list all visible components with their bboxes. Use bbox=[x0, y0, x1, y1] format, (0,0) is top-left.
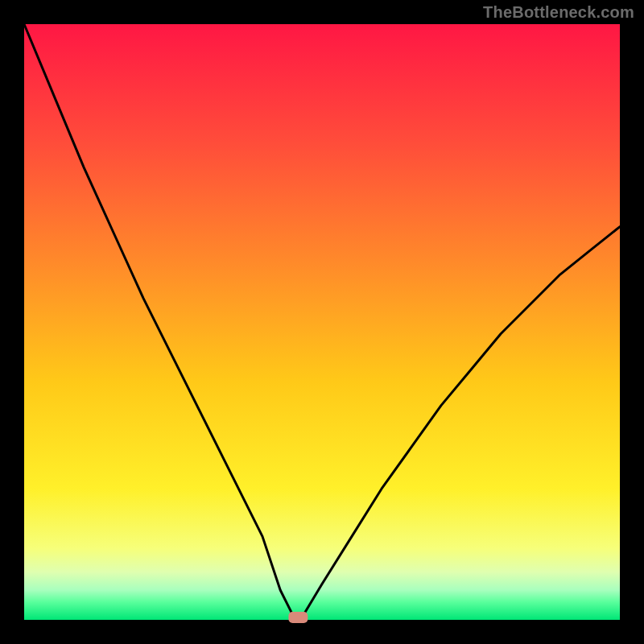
watermark-label: TheBottleneck.com bbox=[483, 3, 634, 22]
plot-background bbox=[24, 24, 620, 620]
bottleneck-chart bbox=[0, 0, 644, 644]
chart-container: TheBottleneck.com bbox=[0, 0, 644, 644]
minimum-marker bbox=[288, 612, 308, 623]
